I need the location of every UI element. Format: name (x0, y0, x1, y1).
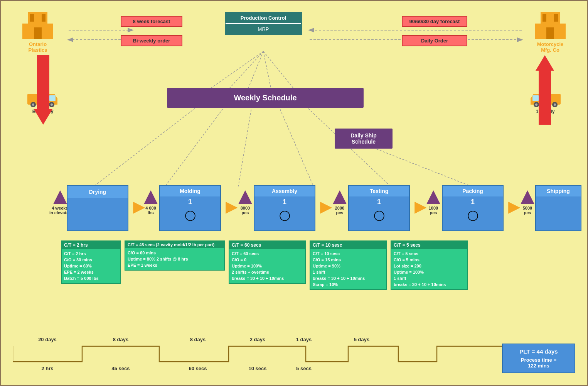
time-10secs: 10 secs (236, 366, 279, 371)
packing-card-body: C/T = 5 secs C/O = 5 mins Lot size = 200… (391, 249, 467, 289)
info-card-drying: C/T = 2 hrs C/T = 2 hrs C/O = 30 mins Up… (61, 240, 121, 284)
testing-icon: ◯ (349, 208, 409, 223)
drying-card-body: C/T = 2 hrs C/O = 30 mins Uptime = 60% E… (62, 249, 120, 283)
shipping-title: Shipping (536, 186, 581, 196)
packing-number: 1 (443, 196, 503, 208)
info-card-packing: C/T = 5 secs C/T = 5 secs C/O = 5 mins L… (391, 240, 468, 290)
molding-card-header: C/T = 45 secs (2 cavity mold/1/2 lb per … (125, 241, 224, 248)
svg-line-4 (209, 51, 263, 89)
assembly-card-header: C/T = 60 secs (229, 241, 305, 249)
days-1: 1 days (279, 337, 329, 342)
svg-rect-22 (554, 14, 558, 22)
time-2hrs: 2 hrs (13, 366, 82, 371)
right-factory: Motorcycle Mfg. Co (535, 12, 566, 53)
info-card-assembly: C/T = 60 secs C/T = 60 secs C/O = 0 Upti… (229, 240, 306, 284)
inventory-before-molding: 4 000lbs (144, 190, 158, 215)
app-container: Ontario Plastics Motorcycle Mfg. Co Prod… (0, 0, 588, 386)
plt-label: PLT = 44 days (506, 348, 571, 355)
inv-label-4: 1000pcs (426, 206, 440, 215)
drying-title: Drying (67, 186, 128, 198)
testing-number: 1 (349, 196, 409, 208)
plt-box: PLT = 44 days Process time =122 mins (502, 344, 575, 373)
weekly-schedule: Weekly Schedule (167, 88, 364, 108)
packing-card-header: C/T = 5 secs (391, 241, 467, 249)
inv-label-1: 4 000lbs (144, 206, 158, 215)
timeline-times: 2 hrs 45 secs 60 secs 10 secs 5 secs (13, 366, 502, 371)
svg-line-11 (238, 106, 252, 186)
svg-line-6 (248, 51, 263, 89)
molding-icon: ◯ (160, 208, 220, 223)
packing-icon: ◯ (443, 208, 503, 223)
days-20: 20 days (13, 337, 82, 342)
process-packing: Packing 1 ◯ (442, 185, 504, 231)
svg-rect-20 (546, 27, 554, 39)
inventory-before-shipping: 5000pcs (521, 190, 534, 215)
forecast-90-60-30: 90/60/30 day forecast (402, 16, 467, 27)
packing-title: Packing (443, 186, 503, 196)
testing-title: Testing (349, 186, 409, 196)
assembly-number: 1 (254, 196, 315, 208)
molding-number: 1 (160, 196, 220, 208)
assembly-title: Assembly (254, 186, 315, 196)
production-control-title: Production Control (226, 13, 301, 23)
testing-card-body: C/T = 10 sesc C/O = 15 mins Uptime = 90%… (310, 249, 386, 289)
right-red-arrow-up (536, 55, 554, 125)
inventory-before-packing: 1000pcs (426, 190, 440, 215)
process-testing: Testing 1 ◯ (348, 185, 410, 231)
svg-rect-17 (30, 14, 34, 22)
production-control-mrp: MRP (226, 23, 301, 34)
info-card-testing: C/T = 10 sesc C/T = 10 sesc C/O = 15 min… (310, 240, 387, 290)
inv-label-2: 8000pcs (238, 206, 252, 215)
info-card-molding: C/T = 45 secs (2 cavity mold/1/2 lb per … (125, 240, 225, 271)
daily-ship-schedule: Daily Ship Schedule (335, 129, 393, 149)
testing-card-header: C/T = 10 sesc (310, 241, 386, 249)
left-factory-icon (22, 12, 53, 39)
time-60secs: 60 secs (159, 366, 236, 371)
process-assembly: Assembly 1 ◯ (254, 185, 315, 231)
svg-rect-18 (42, 14, 45, 22)
svg-line-8 (263, 51, 294, 89)
daily-order: Daily Order (402, 35, 467, 46)
molding-card-body: C/O = 60 mins Uptime = 80% 2 shifts @ 8 … (125, 248, 224, 270)
svg-line-14 (364, 144, 472, 186)
time-5secs: 5 secs (279, 366, 329, 371)
assembly-icon: ◯ (254, 208, 315, 223)
process-shipping: Shipping (535, 185, 581, 231)
process-drying: Drying (67, 185, 128, 231)
right-factory-label: Motorcycle Mfg. Co (535, 41, 566, 53)
left-red-arrow-down (34, 55, 52, 125)
biweekly-order: Bi-weekly order (121, 35, 182, 46)
days-2: 2 days (236, 337, 279, 342)
forecast-8week: 8 week forecast (121, 16, 182, 27)
svg-rect-21 (543, 14, 546, 22)
svg-line-5 (229, 51, 263, 89)
left-factory: Ontario Plastics (22, 12, 53, 53)
process-time-label: Process time =122 mins (506, 357, 571, 369)
inventory-before-testing: 2000pcs (333, 190, 347, 215)
days-8b: 8 days (159, 337, 236, 342)
assembly-card-body: C/T = 60 secs C/O = 0 Uptime = 100% 2 sh… (229, 249, 305, 283)
svg-rect-16 (34, 27, 42, 39)
svg-line-9 (94, 106, 198, 186)
inv-label-5: 5000pcs (521, 206, 534, 215)
drying-card-header: C/T = 2 hrs (62, 241, 120, 249)
inventory-before-assembly: 8000pcs (238, 190, 252, 215)
production-control-box: Production Control MRP (225, 12, 302, 35)
timeline-days: 20 days 8 days 8 days 2 days 1 days 5 da… (13, 337, 502, 342)
svg-line-7 (263, 51, 271, 89)
time-45secs: 45 secs (82, 366, 159, 371)
right-factory-icon (535, 12, 566, 39)
days-8a: 8 days (82, 337, 159, 342)
days-5: 5 days (329, 337, 394, 342)
svg-line-12 (279, 106, 313, 186)
molding-title: Molding (160, 186, 220, 196)
process-molding: Molding 1 ◯ (159, 185, 221, 231)
left-factory-label: Ontario Plastics (22, 41, 53, 53)
inv-label-3: 2000pcs (333, 206, 347, 215)
svg-line-10 (165, 106, 225, 186)
